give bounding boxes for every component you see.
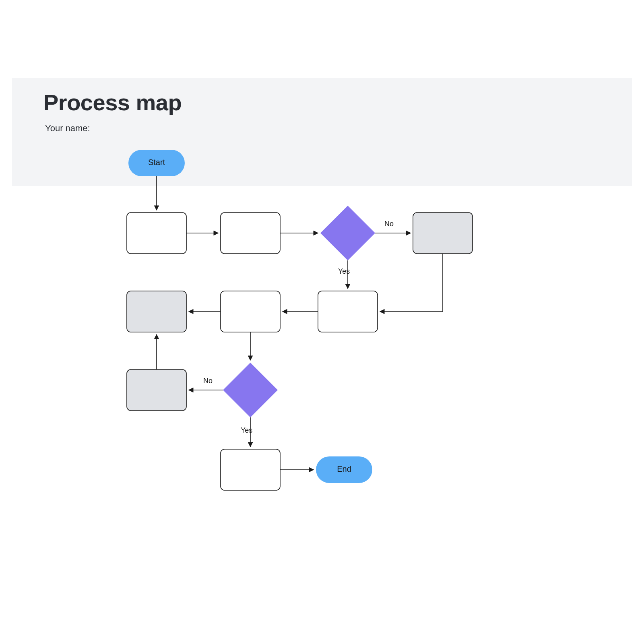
edge-label-d2-sp_l2: No xyxy=(203,377,213,385)
svg-rect-1 xyxy=(127,213,186,254)
edge-label-d1-p3: Yes xyxy=(338,267,350,275)
node-sp_r[interactable] xyxy=(413,213,473,254)
svg-rect-5 xyxy=(318,291,378,332)
node-d1[interactable] xyxy=(320,206,375,260)
svg-rect-10 xyxy=(221,449,280,490)
node-label-end: End xyxy=(337,464,351,473)
edge-label-d1-sp_r: No xyxy=(384,220,394,228)
flowchart-diagram: StartEnd NoYesNoYes xyxy=(0,0,644,644)
node-p2[interactable] xyxy=(221,213,280,254)
process-map-canvas: Process map Your name: StartEnd NoYesNoY… xyxy=(0,0,644,644)
node-p1[interactable] xyxy=(127,213,186,254)
node-sp_l1[interactable] xyxy=(127,291,186,332)
node-start[interactable]: Start xyxy=(128,150,185,176)
svg-rect-7 xyxy=(127,291,186,332)
node-p4[interactable] xyxy=(221,291,280,332)
svg-rect-4 xyxy=(413,213,473,254)
node-sp_l2[interactable] xyxy=(127,369,186,411)
node-d2[interactable] xyxy=(223,363,278,417)
node-p3[interactable] xyxy=(318,291,378,332)
edge-sp_r-p3 xyxy=(380,254,443,312)
svg-marker-9 xyxy=(223,363,278,417)
node-p5[interactable] xyxy=(221,449,280,490)
node-end[interactable]: End xyxy=(316,456,372,483)
svg-marker-3 xyxy=(320,206,375,260)
svg-rect-6 xyxy=(221,291,280,332)
edge-label-d2-p5: Yes xyxy=(241,426,252,434)
svg-rect-2 xyxy=(221,213,280,254)
svg-rect-8 xyxy=(127,369,186,411)
node-label-start: Start xyxy=(148,158,165,167)
